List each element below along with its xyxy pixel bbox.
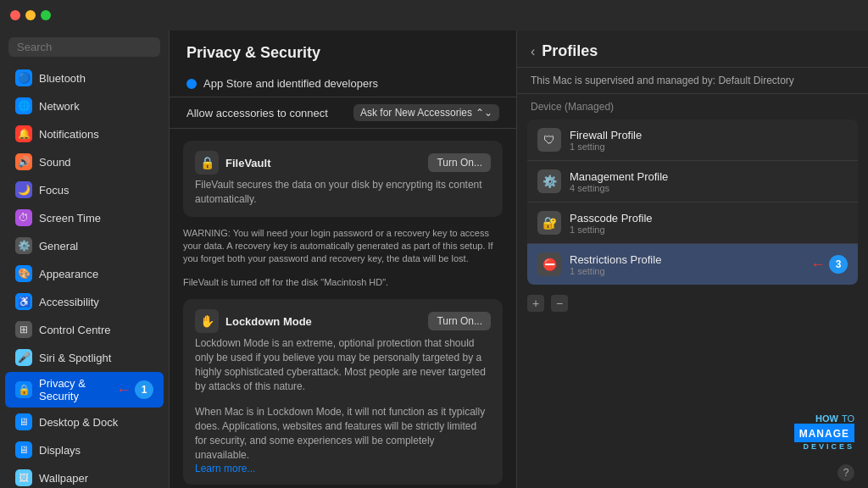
sidebar-item-general[interactable]: ⚙️General bbox=[5, 232, 164, 259]
brand-watermark: HOW TO MANAGE DEVICES bbox=[517, 407, 868, 458]
traffic-lights bbox=[10, 10, 51, 20]
sidebar-label-siri-spotlight: Siri & Spotlight bbox=[39, 352, 111, 364]
sidebar-item-wallpaper[interactable]: 🖼Wallpaper bbox=[5, 464, 164, 488]
focus-icon: 🌙 bbox=[15, 181, 32, 198]
brand-manage: MANAGE bbox=[799, 428, 849, 440]
close-button[interactable] bbox=[10, 10, 20, 20]
sidebar-label-privacy-security: Privacy & Security bbox=[39, 377, 109, 402]
brand-devices: DEVICES bbox=[803, 442, 854, 451]
screen-time-icon: ⏱ bbox=[15, 209, 32, 226]
right-help-button[interactable]: ? bbox=[837, 464, 854, 481]
lockdown-icon: ✋ bbox=[195, 309, 219, 333]
sidebar-label-accessibility: Accessibility bbox=[39, 296, 99, 308]
sidebar-label-control-centre: Control Centre bbox=[39, 324, 111, 336]
sidebar-item-sound[interactable]: 🔊Sound bbox=[5, 148, 164, 175]
right-panel-title: Profiles bbox=[542, 42, 598, 60]
profile-sub-passcode: 1 setting bbox=[570, 225, 653, 235]
arrow-1-icon: ← bbox=[116, 381, 131, 399]
lockdown-card: ✋ Lockdown Mode Turn On... Lockdown Mode… bbox=[183, 299, 503, 484]
profile-name-restrictions: Restrictions Profile bbox=[570, 253, 661, 266]
sidebar-item-screen-time[interactable]: ⏱Screen Time bbox=[5, 204, 164, 231]
profile-info-firewall: Firewall Profile1 setting bbox=[570, 129, 642, 152]
profile-row-management[interactable]: ⚙️Management Profile4 settings bbox=[527, 161, 858, 202]
minimize-button[interactable] bbox=[25, 10, 36, 20]
sidebar-item-appearance[interactable]: 🎨Appearance bbox=[5, 260, 164, 287]
main-layout: 🔵Bluetooth🌐Network🔔Notifications🔊Sound🌙F… bbox=[0, 30, 868, 488]
annotation-bubble-3: 3 bbox=[829, 255, 848, 274]
app-store-option-row: App Store and identified developers bbox=[170, 70, 516, 97]
filevault-card: 🔒 FileVault Turn On... FileVault secures… bbox=[183, 141, 503, 217]
accessories-label: Allow accessories to connect bbox=[186, 107, 328, 119]
filevault-title: FileVault bbox=[225, 157, 270, 169]
arrow-3-icon: ← bbox=[810, 256, 826, 274]
accessories-select[interactable]: Ask for New Accessories ⌃⌄ bbox=[353, 104, 499, 121]
sidebar-label-displays: Displays bbox=[39, 444, 81, 457]
profile-row-restrictions[interactable]: ⛔Restrictions Profile1 setting←3 bbox=[527, 244, 858, 285]
filevault-warning: WARNING: You will need your login passwo… bbox=[183, 227, 503, 266]
profile-info-passcode: Passcode Profile1 setting bbox=[570, 212, 653, 235]
sidebar-item-network[interactable]: 🌐Network bbox=[5, 92, 164, 119]
back-button[interactable]: ‹ bbox=[531, 44, 535, 59]
profile-sub-firewall: 1 setting bbox=[570, 141, 642, 152]
profile-sub-management: 4 settings bbox=[570, 183, 668, 193]
remove-profile-button[interactable]: − bbox=[551, 295, 568, 312]
appearance-icon: 🎨 bbox=[15, 265, 32, 282]
sidebar-item-focus[interactable]: 🌙Focus bbox=[5, 176, 164, 203]
profile-list: 🛡Firewall Profile1 setting⚙️Management P… bbox=[527, 119, 858, 285]
sidebar-search-container bbox=[0, 30, 169, 64]
accessories-value: Ask for New Accessories bbox=[360, 107, 472, 119]
profile-actions: + − bbox=[517, 288, 868, 319]
profile-info-restrictions: Restrictions Profile1 setting bbox=[570, 253, 661, 276]
lockdown-learn-more[interactable]: Learn more... bbox=[195, 463, 255, 474]
sidebar-item-accessibility[interactable]: ♿Accessibility bbox=[5, 288, 164, 315]
sidebar-label-sound: Sound bbox=[39, 156, 71, 169]
control-centre-icon: ⊞ bbox=[15, 321, 32, 338]
filevault-header: 🔒 FileVault Turn On... bbox=[195, 151, 491, 175]
filevault-description: FileVault secures the data on your disk … bbox=[195, 178, 491, 207]
accessories-row: Allow accessories to connect Ask for New… bbox=[170, 97, 516, 129]
add-profile-button[interactable]: + bbox=[527, 295, 544, 312]
fullscreen-button[interactable] bbox=[41, 10, 51, 20]
profile-icon-firewall: 🛡 bbox=[537, 128, 561, 152]
privacy-security-icon: 🔒 bbox=[15, 381, 32, 398]
sidebar-item-siri-spotlight[interactable]: 🎤Siri & Spotlight bbox=[5, 344, 164, 371]
profile-sub-restrictions: 1 setting bbox=[570, 266, 661, 276]
profile-row-firewall[interactable]: 🛡Firewall Profile1 setting bbox=[527, 119, 858, 161]
filevault-title-row: 🔒 FileVault bbox=[195, 151, 270, 175]
sidebar-item-privacy-security[interactable]: 🔒Privacy & Security←1 bbox=[5, 372, 164, 408]
sound-icon: 🔊 bbox=[15, 153, 32, 170]
right-help: ? bbox=[517, 458, 868, 488]
right-panel: ‹ Profiles This Mac is supervised and ma… bbox=[517, 30, 868, 488]
profile-icon-passcode: 🔐 bbox=[537, 211, 561, 235]
sidebar-item-control-centre[interactable]: ⊞Control Centre bbox=[5, 316, 164, 343]
sidebar-item-displays[interactable]: 🖥Displays bbox=[5, 436, 164, 463]
app-store-label: App Store and identified developers bbox=[203, 77, 378, 90]
profile-name-firewall: Firewall Profile bbox=[570, 129, 642, 141]
bluetooth-icon: 🔵 bbox=[15, 69, 32, 86]
lockdown-turn-on-button[interactable]: Turn On... bbox=[428, 312, 491, 330]
filevault-note: FileVault is turned off for the disk "Ma… bbox=[183, 276, 503, 289]
lockdown-title-row: ✋ Lockdown Mode bbox=[195, 309, 312, 333]
sidebar-label-focus: Focus bbox=[39, 184, 69, 197]
profile-icon-management: ⚙️ bbox=[537, 169, 561, 193]
accessibility-icon: ♿ bbox=[15, 293, 32, 310]
filevault-turn-on-button[interactable]: Turn On... bbox=[428, 153, 491, 172]
lockdown-header: ✋ Lockdown Mode Turn On... bbox=[195, 309, 491, 333]
profile-name-passcode: Passcode Profile bbox=[570, 212, 653, 225]
sidebar-item-bluetooth[interactable]: 🔵Bluetooth bbox=[5, 64, 164, 92]
sidebar-label-notifications: Notifications bbox=[39, 128, 99, 141]
notifications-icon: 🔔 bbox=[15, 125, 32, 142]
profile-name-management: Management Profile bbox=[570, 170, 668, 183]
right-header: ‹ Profiles bbox=[517, 30, 868, 68]
radio-dot-appstore[interactable] bbox=[186, 79, 197, 89]
sidebar-item-notifications[interactable]: 🔔Notifications bbox=[5, 120, 164, 147]
sidebar-item-desktop-dock[interactable]: 🖥Desktop & Dock bbox=[5, 408, 164, 435]
search-input[interactable] bbox=[8, 37, 160, 57]
lockdown-description2: When Mac is in Lockdown Mode, it will no… bbox=[195, 405, 491, 462]
filevault-icon: 🔒 bbox=[195, 151, 219, 175]
wallpaper-icon: 🖼 bbox=[15, 469, 32, 486]
profile-row-passcode[interactable]: 🔐Passcode Profile1 setting bbox=[527, 202, 858, 244]
sidebar-label-screen-time: Screen Time bbox=[39, 212, 101, 225]
siri-spotlight-icon: 🎤 bbox=[15, 349, 32, 366]
brand-to: TO bbox=[842, 413, 854, 424]
